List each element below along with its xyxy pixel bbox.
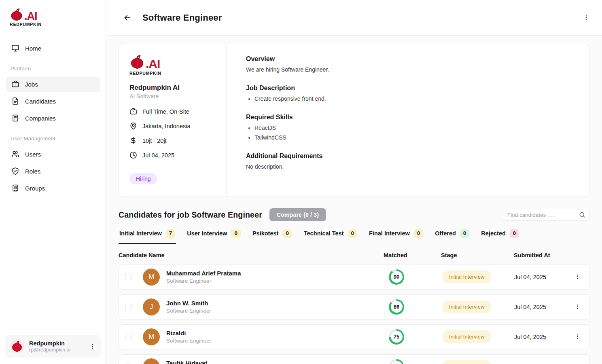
tab-label: Initial Interview <box>119 230 162 237</box>
sidebar-item-label: Candidates <box>25 98 56 105</box>
hiring-status-badge: Hiring <box>129 173 157 184</box>
sidebar-item-groups[interactable]: Groups <box>6 180 100 196</box>
tab-label: Offered <box>435 230 456 237</box>
table-header: Candidate Name Matched Stage Submitted A… <box>119 244 590 265</box>
row-checkbox[interactable] <box>125 334 131 340</box>
column-matched: Matched <box>384 252 441 258</box>
map-pin-icon <box>129 122 137 130</box>
candidate-name: Taufik Hidayat <box>166 360 211 364</box>
job-location: Jakarta, Indonesia <box>129 122 216 130</box>
profile-name: Redpumpkin <box>29 340 84 347</box>
description-title: Job Description <box>246 85 570 92</box>
sidebar-item-companies[interactable]: Companies <box>6 110 100 126</box>
tab-count-badge: 0 <box>460 229 470 238</box>
sidebar-section-platform: Platform <box>11 66 95 72</box>
page-menu-kebab-icon[interactable] <box>583 14 590 21</box>
column-submitted-at: Submitted At <box>514 252 566 258</box>
description-item: Create responsive front end. <box>254 95 570 102</box>
page-title: Software Engineer <box>142 13 222 23</box>
sidebar-item-roles[interactable]: Roles <box>6 163 100 179</box>
tab-count-badge: 0 <box>510 229 519 238</box>
sidebar: .AI REDPUMPKIN Home Platform Jobs Candid… <box>0 0 106 364</box>
submitted-date: Jul 04, 2025 <box>514 274 565 280</box>
dollar-icon <box>129 137 137 144</box>
sidebar-section-user-management: User Management <box>11 135 95 142</box>
job-salary: 10jt - 20jt <box>129 137 216 144</box>
salary-text: 10jt - 20jt <box>142 138 167 144</box>
tab-offered[interactable]: Offered 0 <box>434 229 470 244</box>
pumpkin-avatar <box>10 339 24 353</box>
matched-score-ring: 86 <box>389 299 404 315</box>
company-category: AI Software <box>129 93 216 99</box>
table-row[interactable]: M Taufik Hidayat Software Engineer 72 In… <box>119 354 590 364</box>
row-menu-kebab-icon[interactable] <box>574 333 581 341</box>
main-panel: Software Engineer <box>106 0 602 364</box>
tab-psikotest[interactable]: Psikotest 0 <box>252 229 293 244</box>
tab-label: Psikotest <box>252 230 278 237</box>
candidate-avatar: J <box>143 298 160 315</box>
user-profile-card[interactable]: Redpumpkin rp@redpumpkin.ai <box>5 335 101 358</box>
job-description-block: Job Description Create responsive front … <box>246 85 570 102</box>
job-overview-block: Overview We are hiring Software Engineer… <box>246 55 570 73</box>
candidate-name: Muhammad Arief Pratama <box>166 270 241 277</box>
additional-text: No description. <box>246 163 570 170</box>
additional-requirements-block: Additional Requirements No description. <box>246 152 570 170</box>
tab-final-interview[interactable]: Final Interview 0 <box>368 229 424 244</box>
company-name: Redpumpkin AI <box>129 84 216 92</box>
table-row[interactable]: M Muhammad Arief Pratama Software Engine… <box>119 265 590 290</box>
additional-title: Additional Requirements <box>246 152 570 160</box>
tab-technical-test[interactable]: Technical Test 0 <box>303 229 358 244</box>
matched-score: 86 <box>391 301 403 313</box>
tab-rejected[interactable]: Rejected 0 <box>480 229 520 244</box>
sidebar-item-label: Roles <box>25 168 40 175</box>
stage-badge: Initial Interview <box>443 301 491 313</box>
tab-user-interview[interactable]: User Interview 0 <box>186 229 242 244</box>
row-checkbox[interactable] <box>125 274 131 280</box>
row-checkbox[interactable] <box>125 304 131 310</box>
users-icon <box>11 150 19 158</box>
tab-label: Rejected <box>481 230 505 237</box>
document-icon <box>11 97 19 105</box>
matched-score-ring: 72 <box>389 359 404 364</box>
back-button[interactable] <box>123 13 132 22</box>
job-detail-card: .AI REDPUMPKIN Redpumpkin AI AI Software… <box>119 44 590 197</box>
sidebar-item-jobs[interactable]: Jobs <box>6 76 100 92</box>
tab-initial-interview[interactable]: Initial Interview 7 <box>119 229 176 244</box>
office-building-icon <box>11 184 19 192</box>
sidebar-item-label: Jobs <box>25 81 38 88</box>
sidebar-item-candidates[interactable]: Candidates <box>6 93 100 109</box>
briefcase-icon <box>129 108 137 115</box>
required-skills-block: Required Skills ReactJS TailwindCSS <box>246 114 570 141</box>
matched-score-ring: 75 <box>389 329 404 345</box>
stage-badge: Initial Interview <box>443 360 491 364</box>
candidates-section: Candidates for job Software Engineer Com… <box>119 208 590 364</box>
brand-text: .AI <box>24 11 37 21</box>
employment-text: Full Time, On-Site <box>142 108 189 115</box>
candidate-name: John W. Smith <box>166 300 211 307</box>
sidebar-item-home[interactable]: Home <box>6 40 100 56</box>
row-menu-kebab-icon[interactable] <box>574 303 581 311</box>
column-stage: Stage <box>441 252 514 258</box>
sidebar-item-users[interactable]: Users <box>6 146 100 162</box>
matched-score: 90 <box>391 271 403 283</box>
matched-score-ring: 90 <box>389 269 404 285</box>
page-header: Software Engineer <box>106 0 602 36</box>
shield-check-icon <box>11 167 19 175</box>
compare-button[interactable]: Compare (0 / 3) <box>269 208 326 221</box>
tab-count-badge: 0 <box>231 229 241 238</box>
tab-label: Technical Test <box>304 230 344 237</box>
posted-date-text: Jul 04, 2025 <box>142 152 174 159</box>
table-row[interactable]: J John W. Smith Software Engineer 86 Ini… <box>119 294 590 320</box>
skill-item: TailwindCSS <box>254 134 570 141</box>
row-menu-kebab-icon[interactable] <box>574 273 581 281</box>
candidates-search[interactable] <box>502 209 590 221</box>
tab-label: User Interview <box>187 230 227 237</box>
table-row[interactable]: M Rizaldi Software Engineer 75 Initial I… <box>119 324 590 349</box>
candidate-role: Software Engineer <box>166 278 241 284</box>
job-company-panel: .AI REDPUMPKIN Redpumpkin AI AI Software… <box>119 44 227 197</box>
job-posted-date: Jul 04, 2025 <box>129 151 216 159</box>
search-input[interactable] <box>507 212 579 218</box>
overview-text: We are hiring Software Engineer. <box>246 66 570 73</box>
candidate-role: Software Engineer <box>166 338 211 344</box>
profile-menu-kebab-icon[interactable] <box>89 343 96 350</box>
